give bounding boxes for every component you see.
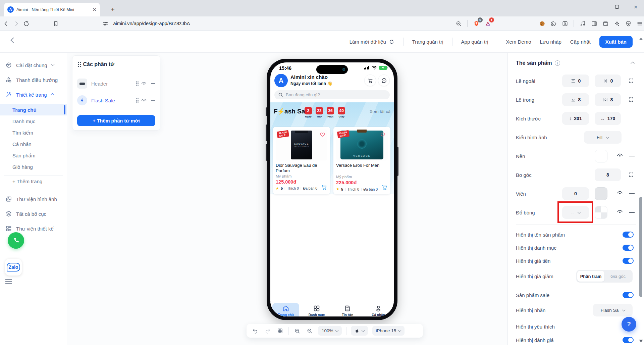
remove-element-icon[interactable] <box>151 83 155 84</box>
rewards-triangle-icon[interactable]: 1 <box>483 19 492 28</box>
show-product-name-toggle[interactable] <box>623 232 634 238</box>
admin-app-button[interactable]: App quản trị <box>461 39 488 45</box>
page-zoom-icon[interactable] <box>454 19 463 28</box>
save-draft-button[interactable]: Lưu nháp <box>540 39 561 45</box>
image-style-dropdown[interactable]: Fill <box>584 131 622 144</box>
visibility-icon[interactable] <box>616 152 624 160</box>
outer-margin-vertical-input[interactable]: 0 <box>562 75 589 87</box>
remove-icon[interactable] <box>629 212 635 213</box>
add-element-button[interactable]: + Thêm phần tử mới <box>77 115 155 126</box>
sidebar-toggle-icon[interactable] <box>590 19 598 28</box>
forward-icon[interactable] <box>12 18 20 29</box>
page-item-home[interactable]: Trang chủ <box>0 104 67 115</box>
discount-percent-option[interactable]: Phần trăm <box>577 271 604 282</box>
device-dropdown[interactable]: iPhone 15 <box>372 326 405 336</box>
page-item-profile[interactable]: Cá nhân <box>0 138 67 150</box>
product-card[interactable]: VERSACE FLASHSALE Versace Eros For Men M… <box>333 127 390 194</box>
collapse-panel-icon[interactable] <box>631 62 634 65</box>
tag-dropdown[interactable]: Flash Sa <box>593 304 633 316</box>
zoom-in-icon[interactable] <box>293 327 301 335</box>
view-demo-button[interactable]: Xem Demo <box>506 39 531 45</box>
element-row-header[interactable]: Header <box>72 77 160 90</box>
wallet-icon[interactable] <box>601 19 610 28</box>
update-button[interactable]: Cập nhật <box>570 39 591 45</box>
reload-icon[interactable] <box>22 18 30 29</box>
border-color-swatch[interactable] <box>595 187 607 200</box>
app-avatar[interactable]: A <box>274 74 288 87</box>
redo-icon[interactable] <box>264 327 272 335</box>
zalo-button[interactable]: Zalo <box>5 259 22 276</box>
call-button[interactable] <box>8 232 24 249</box>
info-icon[interactable]: i <box>555 60 560 66</box>
height-input[interactable]: ↕201 <box>562 112 589 125</box>
inner-padding-vertical-input[interactable]: 8 <box>562 93 589 106</box>
show-price-toggle[interactable] <box>623 258 634 264</box>
refresh-data-button[interactable]: Làm mới dữ liệu <box>350 39 394 45</box>
favorite-heart-icon[interactable] <box>320 132 325 139</box>
grid-toggle-icon[interactable] <box>276 327 284 335</box>
sidebar-item-page-design[interactable]: Thiết kế trang <box>0 89 67 101</box>
element-row-flash-sale[interactable]: Flash Sale <box>72 94 160 107</box>
sidebar-item-design-library[interactable]: Thư viện thiết kế <box>0 221 67 236</box>
tab-close-icon[interactable]: ✕ <box>92 7 97 12</box>
expand-corners-icon[interactable] <box>628 78 634 84</box>
inner-padding-horizontal-input[interactable]: 8 <box>595 93 621 106</box>
width-input[interactable]: ↔170 <box>595 112 621 125</box>
bookmark-icon[interactable] <box>52 19 59 28</box>
shadow-color-swatch[interactable] <box>595 206 607 219</box>
bottom-menu-icon[interactable] <box>5 278 12 284</box>
url-field[interactable]: aimini.vn/app/design-app/BrZ8zJbA <box>97 18 355 29</box>
scrollbar-thumb[interactable] <box>639 197 642 297</box>
collapse-sidebar-icon[interactable] <box>11 38 16 43</box>
cart-button[interactable] <box>364 75 376 86</box>
visibility-icon[interactable] <box>141 97 147 103</box>
zoom-level-dropdown[interactable]: 100% <box>318 326 342 336</box>
media-icon[interactable] <box>578 19 587 28</box>
flash-sale-section[interactable]: F⚡ash Sale 2Ngày : 22Giờ : 36Phút : 40Gi… <box>270 102 394 194</box>
sidebar-item-all-layouts[interactable]: Tất cả bố cục <box>0 206 67 221</box>
help-button[interactable]: ? <box>622 317 636 332</box>
panel-drag-handle-icon[interactable] <box>78 62 79 63</box>
site-settings-icon[interactable] <box>101 19 110 28</box>
extensions-puzzle-icon[interactable] <box>549 19 558 28</box>
sidebar-item-navbar[interactable]: Thanh điều hướng <box>0 74 67 86</box>
page-item-search[interactable]: Tìm kiếm <box>0 127 67 138</box>
show-rating-toggle[interactable] <box>623 337 634 343</box>
vpn-shield-icon[interactable] <box>624 19 633 28</box>
remove-icon[interactable] <box>629 193 635 194</box>
drag-handle-icon[interactable] <box>136 81 137 83</box>
app-search-input[interactable]: Bạn đang cần gì? <box>274 90 390 99</box>
chat-button[interactable] <box>378 75 390 86</box>
background-color-swatch[interactable] <box>595 150 607 162</box>
remove-element-icon[interactable] <box>151 100 155 101</box>
product-card[interactable]: SAUVAGEEAU DE PARFUM FLASHSALE Dior Sauv… <box>273 127 330 194</box>
undo-icon[interactable] <box>251 327 259 335</box>
window-close-button[interactable]: ✕ <box>632 3 639 11</box>
zoom-out-icon[interactable] <box>306 327 314 335</box>
border-width-input[interactable]: 0 <box>562 187 589 200</box>
drag-handle-icon[interactable] <box>136 98 137 99</box>
brave-shield-icon[interactable]: 5 <box>472 19 481 28</box>
page-item-categories[interactable]: Danh mục <box>0 115 67 127</box>
radius-input[interactable]: 8 <box>595 168 621 181</box>
cookie-extension-icon[interactable] <box>538 19 546 28</box>
visibility-icon[interactable] <box>141 81 147 87</box>
browser-menu-icon[interactable] <box>635 19 644 28</box>
outer-margin-horizontal-input[interactable]: 0 <box>595 75 621 87</box>
leo-ai-icon[interactable] <box>612 19 621 28</box>
sale-product-toggle[interactable] <box>623 292 634 298</box>
new-tab-button[interactable]: + <box>108 5 117 14</box>
visibility-icon[interactable] <box>616 190 624 198</box>
sidebar-item-general-settings[interactable]: Cài đặt chung <box>0 59 67 71</box>
nav-item-news[interactable]: Tin tức <box>332 302 363 316</box>
expand-corners-icon[interactable] <box>628 172 634 178</box>
show-category-toggle[interactable] <box>623 245 634 251</box>
platform-dropdown[interactable] <box>351 326 368 336</box>
discount-original-price-option[interactable]: Giá gốc <box>604 271 632 282</box>
scrollbar-down-arrow[interactable] <box>639 340 643 342</box>
back-icon[interactable] <box>2 18 10 29</box>
search-tabs-icon[interactable] <box>560 19 569 28</box>
expand-corners-icon[interactable] <box>628 97 634 103</box>
browser-tab[interactable]: A Aimini - Nền tảng Thiết Kế Mini ✕ <box>4 3 100 16</box>
remove-icon[interactable] <box>629 156 635 156</box>
